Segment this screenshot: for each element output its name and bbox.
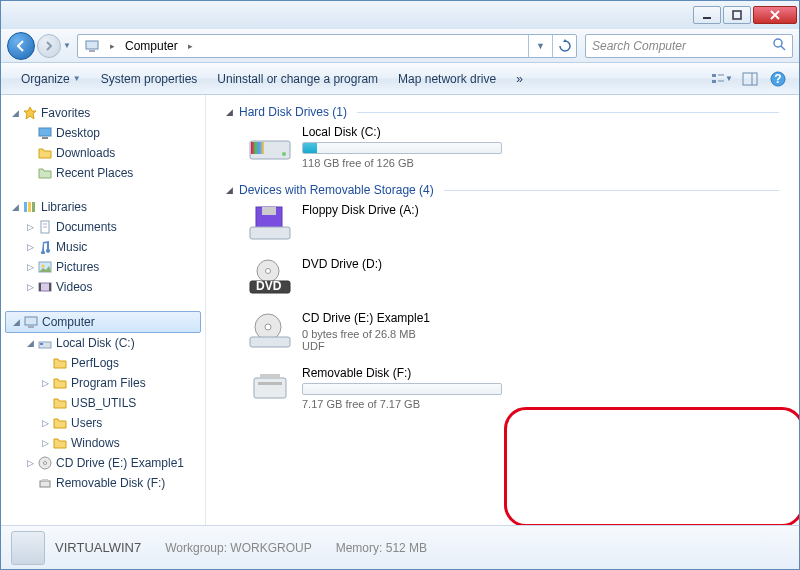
minimize-button[interactable] <box>693 6 721 24</box>
tree-local-disk-c[interactable]: ◢Local Disk (C:) <box>5 333 201 353</box>
collapse-icon[interactable]: ◢ <box>9 202 21 212</box>
svg-text:?: ? <box>774 72 781 86</box>
documents-icon <box>36 220 54 234</box>
expand-icon[interactable]: ▷ <box>24 222 36 232</box>
expand-icon[interactable]: ▷ <box>24 458 36 468</box>
svg-rect-17 <box>28 202 31 212</box>
folder-icon <box>36 146 54 160</box>
expand-icon[interactable]: ▷ <box>39 378 51 388</box>
drive-removable-f[interactable]: Removable Disk (F:) 7.17 GB free of 7.17… <box>246 366 779 410</box>
svg-rect-36 <box>251 142 264 154</box>
drive-local-disk-c[interactable]: Local Disk (C:) 118 GB free of 126 GB <box>246 125 779 169</box>
tree-recent-places[interactable]: Recent Places <box>5 163 201 183</box>
preview-pane-button[interactable] <box>739 68 761 90</box>
svg-rect-10 <box>743 73 757 85</box>
svg-point-42 <box>266 269 271 274</box>
expand-icon[interactable]: ▷ <box>39 418 51 428</box>
drive-name: Removable Disk (F:) <box>302 366 502 380</box>
svg-rect-25 <box>39 283 41 291</box>
svg-rect-39 <box>262 207 276 215</box>
search-icon <box>772 37 786 54</box>
uninstall-program-button[interactable]: Uninstall or change a program <box>207 63 388 94</box>
expand-icon[interactable]: ▷ <box>24 282 36 292</box>
drive-floppy-a[interactable]: Floppy Disk Drive (A:) <box>246 203 779 243</box>
svg-rect-2 <box>86 41 98 49</box>
tree-usb-utils[interactable]: USB_UTILS <box>5 393 201 413</box>
floppy-drive-icon <box>246 203 294 243</box>
svg-text:DVD: DVD <box>256 279 282 293</box>
computer-icon <box>22 315 40 329</box>
favorites-icon <box>21 106 39 120</box>
view-options-button[interactable]: ▼ <box>711 68 733 90</box>
svg-rect-14 <box>39 128 51 136</box>
drive-name: CD Drive (E:) Example1 <box>302 311 502 325</box>
drive-cd-e[interactable]: CD Drive (E:) Example1 0 bytes free of 2… <box>246 311 779 352</box>
tree-program-files[interactable]: ▷Program Files <box>5 373 201 393</box>
group-removable-storage[interactable]: ◢ Devices with Removable Storage (4) <box>226 183 779 197</box>
svg-rect-33 <box>40 481 50 487</box>
tree-downloads[interactable]: Downloads <box>5 143 201 163</box>
tree-libraries[interactable]: ◢ Libraries <box>5 197 201 217</box>
search-box[interactable]: Search Computer <box>585 34 793 58</box>
annotation-highlight <box>504 407 799 525</box>
refresh-button[interactable] <box>552 35 576 57</box>
drive-name: DVD Drive (D:) <box>302 257 502 271</box>
nav-history-dropdown[interactable]: ▼ <box>61 34 73 58</box>
forward-button[interactable] <box>37 34 61 58</box>
address-dropdown-button[interactable]: ▼ <box>528 35 552 57</box>
expand-icon[interactable]: ▷ <box>39 438 51 448</box>
drive-free-space: 7.17 GB free of 7.17 GB <box>302 398 502 410</box>
drive-free-space: 0 bytes free of 26.8 MB <box>302 328 502 340</box>
map-network-drive-button[interactable]: Map network drive <box>388 63 506 94</box>
tree-users[interactable]: ▷Users <box>5 413 201 433</box>
breadcrumb-arrow-icon[interactable]: ▸ <box>106 41 119 51</box>
desktop-icon <box>36 126 54 140</box>
close-button[interactable] <box>753 6 797 24</box>
collapse-icon[interactable]: ◢ <box>226 107 233 117</box>
tree-documents[interactable]: ▷Documents <box>5 217 201 237</box>
maximize-button[interactable] <box>723 6 751 24</box>
svg-rect-18 <box>32 202 35 212</box>
tree-desktop[interactable]: Desktop <box>5 123 201 143</box>
back-button[interactable] <box>7 32 35 60</box>
svg-rect-15 <box>42 137 48 139</box>
collapse-icon[interactable]: ◢ <box>9 108 21 118</box>
breadcrumb-computer[interactable]: Computer <box>119 35 184 57</box>
capacity-bar <box>302 383 502 395</box>
system-properties-button[interactable]: System properties <box>91 63 208 94</box>
svg-point-23 <box>42 265 45 268</box>
organize-button[interactable]: Organize▼ <box>11 63 91 94</box>
tree-cd-drive-e[interactable]: ▷CD Drive (E:) Example1 <box>5 453 201 473</box>
folder-icon <box>51 416 69 430</box>
libraries-icon <box>21 200 39 214</box>
status-memory-label: Memory: <box>336 541 383 555</box>
expand-icon[interactable]: ▷ <box>24 262 36 272</box>
folder-icon <box>51 436 69 450</box>
group-hard-disk-drives[interactable]: ◢ Hard Disk Drives (1) <box>226 105 779 119</box>
tree-pictures[interactable]: ▷Pictures <box>5 257 201 277</box>
tree-favorites[interactable]: ◢ Favorites <box>5 103 201 123</box>
address-bar[interactable]: ▸ Computer ▸ ▼ <box>77 34 577 58</box>
tree-computer[interactable]: ◢ Computer <box>5 311 201 333</box>
tree-perflogs[interactable]: PerfLogs <box>5 353 201 373</box>
drive-dvd-d[interactable]: DVD DVD Drive (D:) <box>246 257 779 297</box>
navigation-bar: ▼ ▸ Computer ▸ ▼ Search Computer <box>1 29 799 63</box>
collapse-icon[interactable]: ◢ <box>10 317 22 327</box>
breadcrumb-arrow-icon[interactable]: ▸ <box>184 41 197 51</box>
toolbar-overflow-button[interactable]: » <box>506 63 533 94</box>
svg-rect-40 <box>250 227 290 239</box>
help-button[interactable]: ? <box>767 68 789 90</box>
capacity-bar <box>302 142 502 154</box>
tree-removable-disk-f[interactable]: Removable Disk (F:) <box>5 473 201 493</box>
collapse-icon[interactable]: ◢ <box>24 338 36 348</box>
svg-rect-50 <box>258 382 282 385</box>
svg-rect-6 <box>712 74 716 77</box>
svg-rect-27 <box>25 317 37 325</box>
collapse-icon[interactable]: ◢ <box>226 185 233 195</box>
expand-icon[interactable]: ▷ <box>24 242 36 252</box>
svg-rect-7 <box>712 80 716 83</box>
tree-windows[interactable]: ▷Windows <box>5 433 201 453</box>
tree-music[interactable]: ▷Music <box>5 237 201 257</box>
folder-icon <box>51 356 69 370</box>
tree-videos[interactable]: ▷Videos <box>5 277 201 297</box>
